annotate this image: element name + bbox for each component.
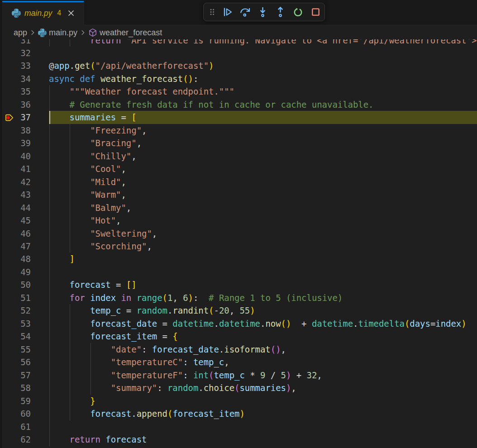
code-line-text[interactable]: forecast_date = datetime.datetime.now() … (49, 317, 477, 330)
line-number[interactable]: 32 (4, 47, 31, 59)
code-line-text[interactable] (49, 47, 477, 59)
breakpoint-current-line-icon[interactable] (5, 113, 14, 122)
code-line-38: 38 "Freezing", (0, 124, 477, 137)
code-line-text[interactable]: "Scorching", (49, 240, 477, 253)
code-line-text[interactable]: @app.get("/api/weatherforecast") (49, 59, 477, 72)
code-line-text[interactable]: "Warm", (49, 188, 477, 201)
code-line-text[interactable]: "Sweltering", (49, 227, 477, 240)
code-line-44: 44 "Balmy", (0, 201, 477, 214)
debug-restart-button[interactable] (289, 4, 307, 21)
line-number[interactable]: 31 (4, 39, 31, 47)
debug-stop-button[interactable] (307, 4, 324, 21)
debug-step-out-button[interactable] (272, 4, 289, 21)
line-number[interactable]: 35 (4, 85, 31, 98)
code-line-text[interactable]: "Chilly", (49, 150, 477, 162)
code-line-37: 37 summaries = [ (0, 111, 477, 124)
code-line-39: 39 "Bracing", (0, 137, 477, 149)
breadcrumb-label: app (14, 28, 27, 38)
code-line-text[interactable]: return forecast (49, 433, 477, 446)
line-number[interactable]: 38 (4, 124, 31, 137)
code-editor[interactable]: 31 return "API service is running. Navig… (0, 39, 477, 448)
line-number[interactable]: 57 (4, 369, 31, 381)
line-number[interactable]: 61 (4, 420, 31, 433)
code-line-52: 52 temp_c = random.randint(-20, 55) (0, 304, 477, 317)
line-number[interactable]: 46 (4, 227, 31, 240)
code-line-text[interactable]: "temperatureF": int(temp_c * 9 / 5) + 32… (49, 369, 477, 381)
code-line-text[interactable]: "Mild", (49, 176, 477, 188)
line-number[interactable]: 54 (4, 330, 31, 343)
code-line-text[interactable]: forecast = [] (49, 278, 477, 291)
line-number[interactable]: 41 (4, 162, 31, 175)
code-line-text[interactable]: "Hot", (49, 214, 477, 227)
debug-step-into-button[interactable] (254, 4, 272, 21)
code-line-text[interactable]: "date": forecast_date.isoformat(), (49, 343, 477, 356)
code-line-59: 59 } (0, 395, 477, 407)
line-number[interactable]: 49 (4, 266, 31, 278)
code-line-text[interactable]: "Freezing", (49, 124, 477, 137)
code-line-text[interactable]: return "API service is running. Navigate… (49, 39, 477, 47)
code-line-53: 53 forecast_date = datetime.datetime.now… (0, 317, 477, 330)
line-number[interactable]: 42 (4, 176, 31, 188)
code-line-31: 31 return "API service is running. Navig… (0, 39, 477, 47)
code-line-text[interactable]: """Weather forecast endpoint.""" (49, 85, 477, 98)
line-number[interactable]: 56 (4, 356, 31, 368)
code-line-text[interactable]: async def weather_forecast(): (49, 72, 477, 85)
code-line-text[interactable]: forecast_item = { (49, 330, 477, 343)
line-number[interactable]: 60 (4, 407, 31, 420)
code-line-text[interactable]: "Cool", (49, 162, 477, 175)
code-lines: 31 return "API service is running. Navig… (0, 39, 477, 446)
debug-step-over-button[interactable] (236, 4, 254, 21)
code-line-text[interactable]: forecast.append(forecast_item) (49, 407, 477, 420)
line-number[interactable]: 34 (4, 72, 31, 85)
breadcrumb-label: weather_forecast (100, 28, 162, 38)
code-line-34: 34async def weather_forecast(): (0, 72, 477, 85)
debug-continue-button[interactable] (219, 4, 236, 21)
line-number[interactable]: 53 (4, 317, 31, 330)
line-number[interactable]: 55 (4, 343, 31, 356)
code-line-51: 51 for index in range(1, 6): # Range 1 t… (0, 291, 477, 304)
line-number[interactable]: 52 (4, 304, 31, 317)
line-number[interactable]: 36 (4, 98, 31, 111)
tab-main-py[interactable]: main.py 4 (2, 1, 84, 25)
breadcrumb-label: main.py (49, 28, 77, 38)
line-number[interactable]: 40 (4, 150, 31, 162)
line-number[interactable]: 44 (4, 201, 31, 214)
line-number[interactable]: 47 (4, 240, 31, 253)
python-icon (38, 29, 47, 37)
code-line-text[interactable]: # Generate fresh data if not in cache or… (49, 98, 477, 111)
line-number[interactable]: 50 (4, 278, 31, 291)
breadcrumb: app main.py (0, 26, 477, 39)
breadcrumb-item-app[interactable]: app (14, 28, 27, 38)
line-number[interactable]: 45 (4, 214, 31, 227)
code-line-48: 48 ] (0, 253, 477, 265)
chevron-right-icon (29, 29, 37, 37)
line-number[interactable]: 62 (4, 433, 31, 446)
code-line-text[interactable] (49, 266, 477, 278)
line-number[interactable]: 39 (4, 137, 31, 149)
code-line-text[interactable]: } (49, 395, 477, 407)
code-line-text[interactable] (49, 420, 477, 433)
breadcrumb-item-weather-forecast[interactable]: weather_forecast (88, 28, 162, 38)
code-line-text[interactable]: for index in range(1, 6): # Range 1 to 5… (49, 291, 477, 304)
close-tab-icon[interactable] (67, 9, 76, 18)
tab-filename: main.py (24, 9, 52, 18)
code-line-text[interactable]: "Bracing", (49, 137, 477, 149)
line-number[interactable]: 33 (4, 59, 31, 72)
debug-toolbar (203, 3, 325, 21)
code-line-text[interactable]: "temperatureC": temp_c, (49, 356, 477, 368)
code-line-35: 35 """Weather forecast endpoint.""" (0, 85, 477, 98)
drag-handle-icon[interactable] (206, 4, 219, 21)
code-line-text[interactable]: "Balmy", (49, 201, 477, 214)
code-line-text[interactable]: ] (49, 253, 477, 265)
breadcrumb-item-main-py[interactable]: main.py (38, 28, 77, 38)
code-line-text[interactable]: summaries = [ (49, 111, 477, 124)
code-line-text[interactable]: temp_c = random.randint(-20, 55) (49, 304, 477, 317)
code-line-41: 41 "Cool", (0, 162, 477, 175)
code-line-54: 54 forecast_item = { (0, 330, 477, 343)
line-number[interactable]: 48 (4, 253, 31, 265)
line-number[interactable]: 58 (4, 381, 31, 394)
line-number[interactable]: 43 (4, 188, 31, 201)
line-number[interactable]: 51 (4, 291, 31, 304)
line-number[interactable]: 59 (4, 395, 31, 407)
code-line-text[interactable]: "summary": random.choice(summaries), (49, 381, 477, 394)
